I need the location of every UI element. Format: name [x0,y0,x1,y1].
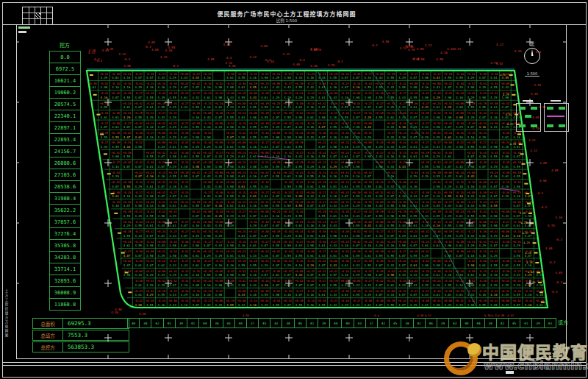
cell-elevation: 3.98 [215,273,223,277]
cell-elevation: 4.07 [261,244,268,247]
cell-elevation: 4.07 [181,224,188,227]
cell-elevation: 4.61 [215,105,223,109]
cell-work-depth: -0.38 [363,299,372,302]
cell-elevation: 4.55 [490,204,498,208]
cell-elevation: 4.61 [238,254,245,258]
cell-elevation: 4.16 [169,185,176,188]
cell-elevation: 4.16 [306,224,314,227]
cell-elevation: 3.98 [295,185,303,188]
cell-work-depth: -0.38 [420,299,429,302]
cell-elevation: 4.55 [318,185,326,188]
cell-elevation: 3.98 [295,135,303,139]
cell-work-depth: +0.42 [111,180,119,184]
cell-work-depth: +0.24 [398,131,406,135]
cell-elevation: 4.43 [204,214,211,218]
cell-elevation: 4.29 [490,96,498,99]
cell-work-depth: -0.44 [490,279,498,283]
cell-elevation: 4.55 [295,85,303,89]
cell-elevation: 3.98 [421,263,429,267]
cell-elevation: 4.43 [204,174,211,178]
cell-elevation: 3.98 [192,244,199,247]
cell-elevation: 4.16 [284,293,291,297]
cell-work-depth: +0.31 [272,72,281,76]
cad-sheet: 便民服务广场市民中心土方工程挖填方方格网图 比例 1:500 土方工程挖填方方格… [0,0,588,379]
cell-elevation: 4.55 [513,263,520,267]
spot-elevation: -0.2 [548,261,556,264]
cell-elevation: 4.16 [238,125,245,129]
cell-elevation: 4.43 [204,185,211,188]
cell-work-depth: -0.44 [352,200,361,204]
cell-elevation: 4.29 [135,214,142,218]
cell-elevation: 4.43 [158,76,165,79]
cell-elevation: 4.16 [421,85,429,89]
cell-elevation: 3.98 [284,194,291,198]
cell-work-depth: -0.27 [123,121,131,125]
cell-work-depth: -0.27 [409,191,417,194]
cell-work-depth: -0.15 [432,220,440,224]
cell-elevation: 4.43 [410,283,417,287]
cell-work-depth: +0.08 [432,82,441,85]
cell-work-depth: +0.31 [146,289,154,293]
cell-work-depth: +0.19 [134,240,143,244]
cell-elevation: 4.16 [306,293,314,297]
cell-elevation: 4.61 [295,234,303,238]
cell-elevation: 4.55 [478,204,486,208]
cell-work-depth: +0.24 [215,102,223,105]
cell-elevation: 4.61 [478,194,486,198]
cell-work-depth: -0.52 [512,249,520,253]
cell-elevation: 3.98 [387,273,395,277]
cell-work-depth: -0.15 [329,82,337,85]
cell-work-depth: -0.27 [420,102,429,105]
cell-work-depth: +0.08 [387,289,395,293]
cell-elevation: 4.07 [318,135,326,139]
cell-elevation: 4.07 [364,234,371,238]
cell-work-depth: +0.42 [387,191,395,194]
cell-elevation: 4.16 [146,125,154,129]
cell-elevation: 4.43 [112,165,119,169]
cell-work-depth: +0.42 [444,82,452,85]
reference-cross [466,38,473,46]
cell-work-depth: -0.52 [168,249,176,253]
cell-elevation: 4.61 [410,263,417,267]
cell-elevation: 4.55 [169,96,176,99]
cell-elevation: 4.43 [204,116,211,119]
cell-elevation: 3.98 [353,234,360,238]
cell-work-depth: -0.38 [444,289,453,293]
cell-work-depth: +0.24 [260,82,269,85]
cell-elevation: 4.43 [376,204,383,208]
reference-cross [104,280,112,287]
cell-work-depth: +0.42 [398,259,406,263]
cell-elevation: 4.16 [249,293,257,297]
cell-elevation: 4.07 [295,283,303,287]
cell-work-depth: +0.08 [478,180,487,184]
cell-work-depth: -0.44 [111,171,120,174]
cell-elevation: 4.07 [456,254,463,258]
cell-work-depth: +0.42 [123,131,131,135]
cell-work-depth: +0.08 [501,82,510,85]
cell-work-depth: +0.42 [226,131,234,135]
cell-work-depth: -0.15 [387,151,395,155]
cell-elevation: 3.98 [433,125,440,129]
cell-elevation: 4.07 [192,85,199,89]
cell-work-depth: +0.31 [168,131,177,135]
cell-elevation: 4.29 [158,254,165,258]
cell-work-depth: +0.24 [363,240,372,244]
cell-elevation: 4.29 [502,194,509,198]
cell-elevation: 4.43 [204,224,211,227]
cell-elevation: 4.61 [445,135,452,139]
cell-elevation: 3.98 [341,254,348,258]
cell-elevation: 4.61 [433,293,440,297]
cell-work-depth: -0.52 [237,131,245,135]
cell-work-depth: -0.52 [352,230,360,233]
spot-elevation: -0.2 [370,43,378,47]
cell-work-depth: -0.44 [295,249,304,253]
cell-elevation: 4.16 [226,263,234,267]
cell-elevation: 4.16 [146,135,154,139]
cell-elevation: 4.55 [273,174,280,178]
cell-work-depth: +0.08 [306,240,315,244]
cell-work-depth: -0.27 [420,141,429,144]
cell-work-depth: +0.19 [420,160,429,164]
cell-elevation: 4.55 [387,76,395,79]
cell-elevation: 4.61 [112,116,119,119]
cell-work-depth: +0.31 [501,279,510,283]
